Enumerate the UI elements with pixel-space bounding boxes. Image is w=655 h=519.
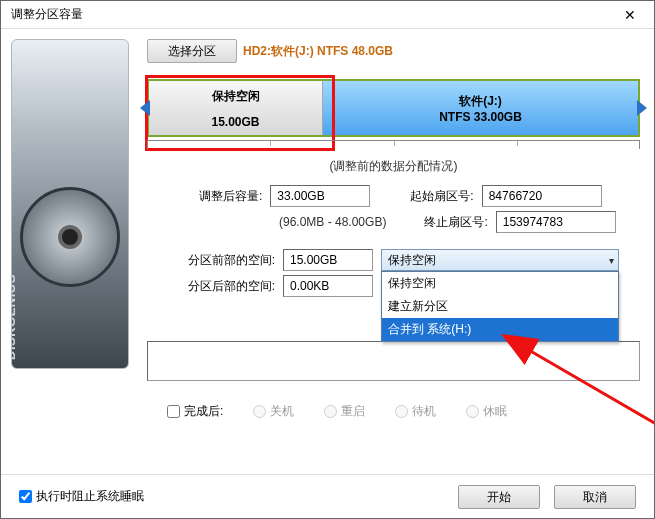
end-sector-input[interactable] — [496, 211, 616, 233]
ruler — [147, 140, 640, 154]
opt-standby: 待机 — [395, 403, 436, 420]
start-sector-label: 起始扇区号: — [410, 188, 473, 205]
segment-free-label: 保持空闲 — [212, 88, 260, 105]
svg-marker-1 — [637, 100, 647, 116]
start-button[interactable]: 开始 — [458, 485, 540, 509]
prevent-sleep-label: 执行时阻止系统睡眠 — [36, 488, 144, 505]
title-bar: 调整分区容量 ✕ — [1, 1, 654, 29]
cancel-button[interactable]: 取消 — [554, 485, 636, 509]
end-sector-label: 终止扇区号: — [424, 214, 487, 231]
segment-main-label: 软件(J:) — [459, 93, 502, 110]
prevent-sleep-checkbox[interactable]: 执行时阻止系统睡眠 — [19, 488, 144, 505]
segment-free-size: 15.00GB — [211, 115, 259, 129]
side-illustration: DISKGENIUS — [1, 29, 141, 474]
space-before-input[interactable] — [283, 249, 373, 271]
footer: 执行时阻止系统睡眠 开始 取消 — [1, 474, 654, 518]
dropdown-selected-text: 保持空闲 — [388, 252, 436, 269]
resize-handle-right[interactable] — [636, 81, 648, 135]
partition-bar: 保持空闲 15.00GB 软件(J:) NTFS 33.00GB (调整前的数据… — [147, 79, 640, 175]
space-after-input[interactable] — [283, 275, 373, 297]
resize-handle-left[interactable] — [139, 81, 151, 135]
size-range-hint: (96.0MB - 48.00GB) — [279, 215, 386, 229]
dropdown-list: 保持空闲 建立新分区 合并到 系统(H:) — [381, 271, 619, 342]
after-done-checkbox[interactable]: 完成后: — [167, 403, 223, 420]
dropdown-option[interactable]: 保持空闲 — [382, 272, 618, 295]
right-pane: 选择分区 HD2:软件(J:) NTFS 48.0GB 保持空闲 15.00GB… — [141, 29, 654, 474]
dropdown-option[interactable]: 合并到 系统(H:) — [382, 318, 618, 341]
dropdown-option[interactable]: 建立新分区 — [382, 295, 618, 318]
size-after-input[interactable] — [270, 185, 370, 207]
opt-shutdown: 关机 — [253, 403, 294, 420]
start-sector-input[interactable] — [482, 185, 602, 207]
segment-free[interactable]: 保持空闲 15.00GB — [149, 81, 323, 135]
path-box[interactable] — [147, 341, 640, 381]
svg-marker-0 — [140, 100, 150, 116]
space-after-label: 分区后部的空间: — [175, 278, 275, 295]
selected-disk-path: HD2:软件(J:) NTFS 48.0GB — [243, 43, 393, 60]
opt-reboot: 重启 — [324, 403, 365, 420]
select-partition-button[interactable]: 选择分区 — [147, 39, 237, 63]
chevron-down-icon: ▾ — [609, 255, 614, 266]
space-before-label: 分区前部的空间: — [175, 252, 275, 269]
space-before-action-select[interactable]: 保持空闲 ▾ — [381, 249, 619, 271]
after-done-label: 完成后: — [184, 403, 223, 420]
window-title: 调整分区容量 — [11, 6, 83, 23]
segment-main[interactable]: 软件(J:) NTFS 33.00GB — [323, 81, 638, 135]
segment-main-fs: NTFS 33.00GB — [439, 110, 522, 124]
caption-before-adjust: (调整前的数据分配情况) — [147, 158, 640, 175]
disk-image: DISKGENIUS — [11, 39, 129, 369]
close-icon[interactable]: ✕ — [614, 5, 646, 25]
main-area: DISKGENIUS 选择分区 HD2:软件(J:) NTFS 48.0GB 保… — [1, 29, 654, 474]
size-after-label: 调整后容量: — [199, 188, 262, 205]
opt-hibernate: 休眠 — [466, 403, 507, 420]
